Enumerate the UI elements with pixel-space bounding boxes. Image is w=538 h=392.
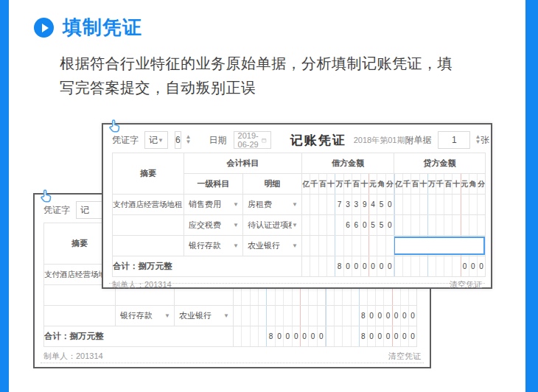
table-row: 银行存款▼ 农业银行▼ xyxy=(113,236,486,256)
account-header: 会计科目 xyxy=(184,153,302,174)
digit-cell: 0 xyxy=(385,256,394,276)
description-line: 写完答案提交，自动叛别正误 xyxy=(60,76,487,100)
dotted-divider xyxy=(109,283,485,284)
voucher-footer: 制单人：201314 清空凭证 xyxy=(112,279,482,290)
digit-cell xyxy=(302,215,310,235)
digit-cell xyxy=(275,306,283,326)
table-row: 银行存款▼ 农业银行▼ 8000000 xyxy=(44,306,417,326)
digit-cell xyxy=(444,215,452,235)
hand-cursor-icon xyxy=(106,118,122,134)
digit-cell xyxy=(411,256,419,276)
digit-cell xyxy=(477,215,485,235)
credit-amount-cell[interactable]: 8000000 xyxy=(326,306,417,326)
detail-select[interactable]: 农业银行▼ xyxy=(243,236,302,256)
voucher-period: 2018年第01期 xyxy=(354,135,405,146)
credit-digit-headers: 亿千百十万千百十元角分 xyxy=(394,174,486,195)
left-accent-bar xyxy=(0,0,9,392)
level1-select[interactable]: 银行存款▼ xyxy=(116,306,175,326)
digit-cell: 6 xyxy=(352,215,360,235)
digit-cell: 分 xyxy=(477,174,485,194)
digit-cell: 0 xyxy=(308,326,316,346)
digit-cell: 百 xyxy=(444,174,452,194)
debit-amount-cell[interactable] xyxy=(302,236,394,256)
voucher-number-input[interactable]: 6 xyxy=(175,131,181,149)
detail-select[interactable]: 农业银行▼ xyxy=(175,306,234,326)
digit-cell: 0 xyxy=(461,256,469,276)
digit-cell: 6 xyxy=(343,215,352,235)
digit-cell: 8 xyxy=(359,306,367,326)
digit-cell xyxy=(469,215,477,235)
digit-cell: 0 xyxy=(292,326,300,346)
right-accent-bar xyxy=(525,0,538,392)
detail-select[interactable]: 房租费▼ xyxy=(243,195,302,215)
debit-amount-cell[interactable]: 7339450 xyxy=(302,195,394,215)
credit-amount-cell[interactable] xyxy=(394,215,486,236)
digit-cell xyxy=(326,306,334,326)
digit-cell: 0 xyxy=(469,256,477,276)
credit-amount-cell[interactable] xyxy=(394,195,486,215)
digit-cell xyxy=(477,195,485,214)
digit-cell xyxy=(452,256,460,276)
hand-cursor-icon xyxy=(38,188,54,204)
digit-cell xyxy=(444,256,452,276)
detail-select[interactable]: 待认证进项税额▼ xyxy=(243,215,302,236)
attachment-count-input[interactable]: 1 xyxy=(438,131,470,149)
digit-cell xyxy=(351,306,359,326)
debit-digit-headers: 亿千百十万千百十元角分 xyxy=(302,174,394,195)
digit-cell xyxy=(419,215,427,235)
digit-cell xyxy=(377,236,385,256)
voucher-number-stepper[interactable]: ▲▼ xyxy=(186,135,192,145)
clear-voucher-link[interactable]: 清空凭证 xyxy=(388,351,421,362)
summary-cell[interactable]: 支付酒店经营场地租 xyxy=(113,195,184,215)
credit-amount-cell[interactable] xyxy=(394,236,486,256)
voucher-footer: 制单人：201314 清空凭证 xyxy=(43,351,421,362)
digit-cell xyxy=(394,195,402,214)
digit-cell xyxy=(241,326,249,346)
digit-cell xyxy=(419,195,427,214)
debit-amount-cell[interactable] xyxy=(234,306,326,326)
digit-cell xyxy=(411,195,419,214)
level1-select[interactable]: 销售费用▼ xyxy=(184,195,243,215)
digit-cell: 0 xyxy=(375,306,383,326)
summary-cell[interactable] xyxy=(113,236,184,256)
digit-cell: 分 xyxy=(385,174,394,194)
digit-cell xyxy=(385,236,394,256)
date-input[interactable]: 2019-06-29 xyxy=(234,131,271,149)
date-label: 日期 xyxy=(209,134,227,147)
debit-amount-cell[interactable]: 660550 xyxy=(302,215,394,236)
digit-cell xyxy=(436,256,444,276)
clear-voucher-link[interactable]: 清空凭证 xyxy=(450,279,482,290)
digit-cell: 0 xyxy=(385,215,394,235)
credit-amount-input[interactable] xyxy=(394,237,486,255)
chevron-down-icon: ▼ xyxy=(158,137,164,144)
total-label: 合计：捌万元整 xyxy=(44,326,234,347)
voucher-word-select[interactable]: 记 ▼ xyxy=(144,131,168,149)
summary-cell[interactable] xyxy=(113,215,184,236)
digit-cell: 0 xyxy=(275,326,283,346)
level1-select[interactable]: 应交税费▼ xyxy=(184,215,243,236)
digit-cell xyxy=(352,236,360,256)
attachment-unit: 张 xyxy=(481,134,489,147)
digit-cell xyxy=(318,256,326,276)
digit-cell xyxy=(310,215,318,235)
digit-cell: 5 xyxy=(377,195,385,214)
digit-cell: 百 xyxy=(352,174,360,194)
digit-cell: 0 xyxy=(343,256,352,276)
chevron-down-icon: ▼ xyxy=(233,242,239,249)
attachment-stepper[interactable]: ▲▼ xyxy=(475,135,481,145)
digit-cell xyxy=(402,195,411,214)
digit-cell xyxy=(241,306,249,326)
digit-cell: 8 xyxy=(266,326,274,346)
digit-cell: 元 xyxy=(461,174,469,194)
summary-cell[interactable] xyxy=(44,306,116,326)
digit-cell: 十 xyxy=(326,174,335,194)
digit-cell xyxy=(302,236,310,256)
level1-select[interactable]: 银行存款▼ xyxy=(184,236,243,256)
attachment-controls: 附单据 1 ▲▼ 张 xyxy=(405,131,489,149)
digit-cell xyxy=(335,236,343,256)
digit-cell: 5 xyxy=(377,215,385,235)
digit-cell: 0 xyxy=(392,306,400,326)
digit-cell: 0 xyxy=(368,256,377,276)
total-row: 合计：捌万元整 8000000 8000000 xyxy=(44,326,417,347)
digit-cell: 0 xyxy=(367,326,375,346)
